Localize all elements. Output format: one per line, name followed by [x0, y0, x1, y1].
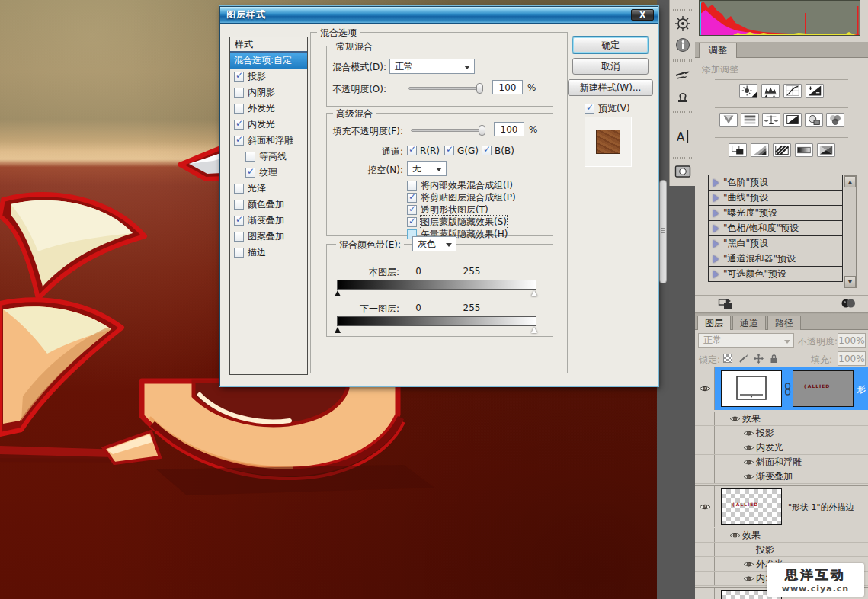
layer-mask-hides-option[interactable]: 图层蒙版隐藏效果(S) [407, 216, 507, 228]
panel-group-grip[interactable] [673, 59, 693, 62]
style-item-outer-glow[interactable]: 外发光 [230, 101, 307, 117]
underlying-layer-gradient-bar[interactable] [337, 316, 536, 326]
disclosure-triangle-icon[interactable] [713, 271, 719, 278]
preset-curves[interactable]: "曲线"预设 [708, 190, 843, 206]
disclosure-triangle-icon[interactable] [713, 240, 719, 248]
preset-exposure[interactable]: "曝光度"预设 [708, 205, 843, 221]
outer-glow-checkbox[interactable] [234, 104, 244, 114]
transparency-shapes-checkbox[interactable] [407, 205, 417, 215]
black-white-icon[interactable] [783, 113, 802, 127]
new-style-button[interactable]: 新建样式(W)... [568, 79, 653, 96]
blend-if-select[interactable]: 灰色 [412, 236, 456, 251]
style-item-gradient-overlay[interactable]: 渐变叠加 [230, 213, 307, 229]
channel-r-checkbox[interactable] [407, 146, 417, 155]
eye-icon[interactable] [729, 531, 741, 540]
style-item-inner-shadow[interactable]: 内阴影 [230, 85, 307, 101]
color-overlay-checkbox[interactable] [234, 200, 244, 210]
style-item-contour[interactable]: 等高线 [230, 149, 307, 165]
channel-b-checkbox[interactable] [482, 146, 492, 155]
gradient-overlay-checkbox[interactable] [234, 216, 244, 226]
navigator-icon[interactable] [674, 15, 691, 32]
style-item-stroke[interactable]: 描边 [230, 245, 307, 261]
disclosure-triangle-icon[interactable] [713, 255, 719, 263]
drop-shadow-checkbox[interactable] [234, 72, 244, 82]
blend-interior-option[interactable]: 将内部效果混合成组(I) [407, 180, 513, 191]
style-item-pattern-overlay[interactable]: 图案叠加 [230, 229, 307, 245]
opacity-slider[interactable] [408, 87, 481, 90]
gradient-map-icon[interactable] [795, 143, 813, 157]
eye-icon[interactable] [699, 384, 711, 393]
lock-all-icon[interactable] [768, 353, 779, 364]
scroll-up-button[interactable]: ▲ [844, 176, 856, 187]
tab-adjustments[interactable]: 调整 [699, 43, 737, 58]
masks-panel-icon[interactable] [674, 163, 691, 180]
fill-opacity-slider-thumb[interactable] [479, 125, 485, 136]
clone-source-icon[interactable] [674, 87, 691, 104]
eye-icon[interactable] [743, 575, 754, 583]
inner-shadow-checkbox[interactable] [234, 88, 244, 98]
channel-g-option[interactable]: G(G) [444, 145, 479, 156]
visibility-well[interactable] [695, 486, 715, 527]
contour-checkbox[interactable] [245, 152, 255, 162]
lock-transparency-icon[interactable] [722, 353, 733, 364]
disclosure-triangle-icon[interactable] [713, 225, 719, 232]
panel-group-grip[interactable] [673, 111, 693, 113]
this-layer-black-marker[interactable] [335, 290, 341, 296]
dock-splitter-handle[interactable] [659, 180, 667, 283]
preview-checkbox[interactable] [585, 104, 594, 114]
blend-clipped-option[interactable]: 将剪贴图层混合成组(P) [407, 192, 516, 203]
satin-checkbox[interactable] [234, 184, 244, 194]
knockout-select[interactable]: 无 [407, 161, 447, 176]
curves-icon[interactable] [783, 84, 802, 98]
layer-fill-value[interactable]: 100% [838, 351, 866, 366]
disclosure-triangle-icon[interactable] [713, 194, 719, 202]
texture-checkbox[interactable] [245, 168, 255, 178]
inner-glow-checkbox[interactable] [234, 120, 244, 130]
layer-row-shape1[interactable]: ALLIED 形 [695, 367, 868, 410]
style-item-texture[interactable]: 纹理 [230, 165, 307, 181]
tab-paths[interactable]: 路径 [767, 316, 801, 330]
underlying-black-marker[interactable] [335, 327, 341, 333]
preset-selective-color[interactable]: "可选颜色"预设 [708, 266, 843, 282]
disclosure-triangle-icon[interactable] [713, 210, 719, 217]
effect-inner-glow-row[interactable]: 内发光 [695, 440, 868, 455]
preset-black-white[interactable]: "黑白"预设 [708, 235, 843, 251]
cancel-button[interactable]: 取消 [572, 58, 649, 75]
layer-mask-hides-checkbox[interactable] [407, 217, 417, 227]
invert-icon[interactable] [729, 143, 747, 157]
exposure-icon[interactable] [806, 84, 824, 98]
style-item-color-overlay[interactable]: 颜色叠加 [230, 197, 307, 213]
opacity-slider-thumb[interactable] [476, 83, 483, 94]
character-panel-icon[interactable]: A [674, 128, 691, 145]
style-item-drop-shadow[interactable]: 投影 [230, 69, 307, 85]
panel-group-grip[interactable] [673, 9, 693, 11]
blend-mode-select[interactable]: 正常 [389, 59, 475, 74]
layer-blend-mode-select[interactable]: 正常 [698, 333, 794, 348]
style-item-satin[interactable]: 光泽 [230, 181, 307, 197]
effects-header-row[interactable]: 效果 [695, 412, 868, 426]
lock-pixels-icon[interactable] [738, 353, 748, 364]
eye-icon[interactable] [729, 415, 741, 423]
color-balance-icon[interactable] [762, 113, 780, 127]
dialog-titlebar[interactable]: 图层样式 X [220, 7, 658, 24]
underlying-white-marker[interactable] [531, 327, 537, 333]
selective-color-icon[interactable] [817, 143, 835, 157]
scroll-down-button[interactable]: ▼ [844, 276, 856, 287]
bevel-emboss-checkbox[interactable] [234, 136, 244, 146]
stroke-checkbox[interactable] [234, 248, 244, 258]
layer-row-outer-stroke[interactable]: ALLIED "形状 1"的外描边 [695, 485, 868, 527]
preset-channel-mixer[interactable]: "通道混和器"预设 [708, 251, 843, 267]
channel-b-option[interactable]: B(B) [482, 145, 514, 156]
preview-option[interactable]: 预览(V) [585, 102, 630, 115]
hue-saturation-icon[interactable] [741, 113, 759, 127]
effect-bevel-emboss-row[interactable]: 斜面和浮雕 [695, 455, 868, 469]
eye-icon[interactable] [743, 472, 754, 481]
this-layer-gradient-bar[interactable] [337, 280, 536, 290]
opacity-value[interactable]: 100 [492, 80, 523, 94]
brushes-icon[interactable] [674, 66, 691, 82]
info-icon[interactable] [674, 37, 691, 53]
presets-scrollbar[interactable]: ▲ ▼ [844, 175, 857, 288]
threshold-icon[interactable] [773, 143, 791, 157]
effect-drop-shadow-row[interactable]: 投影 [695, 426, 868, 440]
layer-style-thumbnail[interactable] [721, 370, 782, 407]
